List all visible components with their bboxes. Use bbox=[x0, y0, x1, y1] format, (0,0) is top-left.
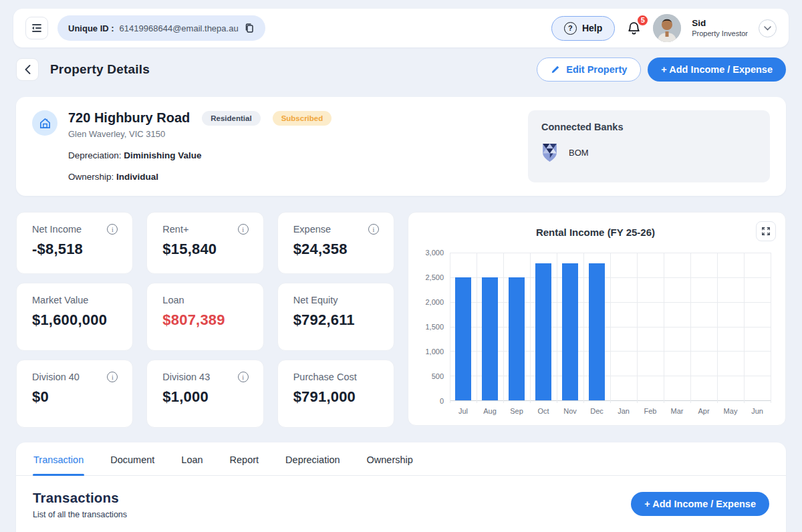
question-icon: ? bbox=[564, 22, 577, 35]
chart-bar-dec bbox=[589, 263, 606, 400]
user-role: Property Investor bbox=[692, 29, 748, 39]
back-button[interactable] bbox=[16, 58, 39, 81]
user-menu-button[interactable] bbox=[759, 19, 777, 37]
transactions-header: Transactions List of all the transaction… bbox=[16, 476, 786, 519]
page-header: Property Details Edit Property + Add Inc… bbox=[16, 57, 786, 82]
stat-card: Net Equity$792,611 bbox=[277, 283, 394, 351]
chevron-down-icon bbox=[764, 26, 771, 31]
unique-id-value: 61419968644@email.thepa.au bbox=[120, 23, 239, 33]
y-tick-label: 500 bbox=[432, 372, 444, 380]
gridline bbox=[664, 253, 664, 403]
pencil-icon bbox=[551, 65, 560, 74]
gridline bbox=[610, 253, 611, 403]
x-tick-label: Dec bbox=[583, 407, 610, 415]
stat-value: $807,389 bbox=[162, 311, 251, 329]
info-icon[interactable]: i bbox=[107, 224, 118, 235]
help-button[interactable]: ? Help bbox=[551, 16, 615, 41]
add-income-expense-button-bottom[interactable]: + Add Income / Expense bbox=[631, 492, 769, 516]
tab-report[interactable]: Report bbox=[229, 442, 260, 475]
connected-banks-panel: Connected Banks BOM bbox=[528, 110, 770, 182]
stat-label: Net Income bbox=[32, 224, 82, 235]
gridline bbox=[477, 253, 477, 403]
x-tick-label: Nov bbox=[557, 407, 583, 415]
tab-loan[interactable]: Loan bbox=[180, 442, 203, 475]
chart-expand-button[interactable] bbox=[756, 221, 776, 241]
y-tick-label: 2,000 bbox=[425, 298, 444, 306]
stat-value: $1,000 bbox=[162, 388, 251, 406]
notification-count-badge: 5 bbox=[636, 14, 649, 27]
tabs-row: TransactionDocumentLoanReportDepreciatio… bbox=[16, 442, 786, 476]
chart-bar-nov bbox=[562, 263, 579, 400]
y-tick-label: 3,000 bbox=[425, 249, 444, 257]
avatar[interactable] bbox=[653, 14, 681, 42]
info-icon[interactable]: i bbox=[238, 372, 249, 382]
chevron-left-icon bbox=[25, 65, 31, 74]
x-tick-label: Jan bbox=[610, 407, 637, 415]
subscription-badge: Subscribed bbox=[273, 111, 332, 126]
info-icon[interactable]: i bbox=[238, 224, 249, 235]
gridline bbox=[450, 253, 450, 403]
chart-bar-oct bbox=[535, 263, 552, 400]
stat-value: -$8,518 bbox=[32, 241, 120, 258]
ownership-value: Individual bbox=[116, 172, 158, 182]
y-tick-label: 2,500 bbox=[425, 273, 444, 281]
stat-value: $1,600,000 bbox=[32, 311, 120, 329]
gridline bbox=[503, 253, 504, 403]
stat-card: Division 43i$1,000 bbox=[146, 360, 263, 428]
gridline bbox=[690, 253, 691, 403]
info-icon[interactable]: i bbox=[368, 224, 379, 235]
chart-bar-sep bbox=[509, 277, 525, 400]
chart-plot-area: 3,0002,5002,0001,5001,0005000 bbox=[418, 253, 773, 401]
property-name: 720 Highbury Road bbox=[68, 110, 190, 126]
tab-depreciation[interactable]: Depreciation bbox=[285, 442, 340, 475]
rental-income-chart-card: Rental Income (FY 25-26) 3,0002,5002,000… bbox=[408, 212, 786, 426]
stat-card: Loan$807,389 bbox=[146, 283, 263, 351]
tab-document[interactable]: Document bbox=[110, 442, 155, 475]
tab-ownership[interactable]: Ownership bbox=[366, 442, 414, 475]
stat-card: Market Value$1,600,000 bbox=[16, 283, 133, 351]
depreciation-value: Diminishing Value bbox=[124, 150, 201, 160]
edit-property-button[interactable]: Edit Property bbox=[537, 57, 641, 82]
x-tick-label: Sep bbox=[503, 407, 530, 415]
chart-y-axis: 3,0002,5002,0001,5001,0005000 bbox=[418, 253, 450, 401]
chart-x-axis: JulAugSepOctNovDecJanFebMarAprMayJun bbox=[450, 407, 771, 415]
user-name: Sid bbox=[692, 18, 748, 29]
copy-icon[interactable] bbox=[244, 23, 255, 33]
sidebar-collapse-button[interactable] bbox=[25, 17, 48, 39]
bank-logo-icon bbox=[541, 143, 558, 162]
stat-label: Loan bbox=[162, 295, 184, 305]
x-tick-label: Jun bbox=[744, 407, 771, 415]
help-label: Help bbox=[582, 23, 602, 33]
x-tick-label: Feb bbox=[637, 407, 664, 415]
x-tick-label: Oct bbox=[530, 407, 557, 415]
x-tick-label: Apr bbox=[690, 407, 717, 415]
stat-card: Net Incomei-$8,518 bbox=[16, 212, 133, 274]
add-income-expense-button[interactable]: + Add Income / Expense bbox=[648, 57, 786, 82]
stat-label: Rent+ bbox=[162, 224, 188, 235]
details-tabs-section: TransactionDocumentLoanReportDepreciatio… bbox=[16, 442, 786, 532]
top-bar: Unique ID : 61419968644@email.thepa.au ?… bbox=[13, 9, 789, 47]
x-tick-label: Jul bbox=[450, 407, 477, 415]
gridline bbox=[583, 253, 584, 403]
stat-value: $24,358 bbox=[293, 241, 382, 258]
unique-id-label: Unique ID : bbox=[68, 23, 114, 33]
connected-banks-title: Connected Banks bbox=[541, 122, 757, 132]
stat-card: Purchase Cost$791,000 bbox=[277, 360, 394, 428]
transactions-title: Transactions bbox=[33, 490, 127, 506]
chart-bar-jul bbox=[455, 277, 472, 400]
gridline bbox=[530, 253, 531, 403]
tab-transaction[interactable]: Transaction bbox=[33, 442, 84, 475]
stat-card: Division 40i$0 bbox=[16, 360, 133, 428]
info-icon[interactable]: i bbox=[107, 372, 118, 382]
y-tick-label: 1,500 bbox=[425, 323, 444, 331]
property-type-badge: Residential bbox=[202, 111, 260, 126]
chart-plot bbox=[450, 253, 771, 401]
notifications-button[interactable]: 5 bbox=[626, 20, 642, 37]
menu-fold-icon bbox=[31, 22, 43, 34]
chart-title: Rental Income (FY 25-26) bbox=[418, 227, 773, 238]
gridline bbox=[717, 253, 718, 403]
stat-card: Rent+i$15,840 bbox=[146, 212, 263, 274]
unique-id-pill: Unique ID : 61419968644@email.thepa.au bbox=[57, 15, 265, 41]
stat-label: Expense bbox=[293, 224, 331, 235]
stat-value: $15,840 bbox=[162, 241, 251, 258]
